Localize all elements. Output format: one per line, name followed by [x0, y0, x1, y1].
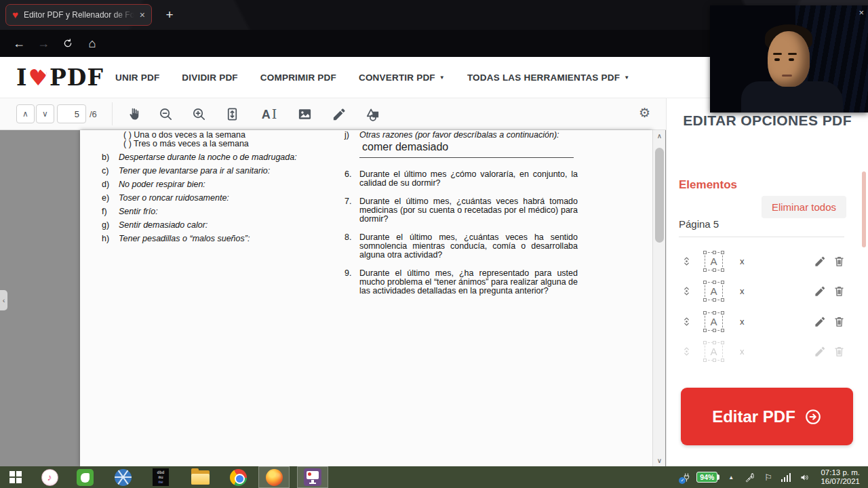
- screen-recorder-icon: [304, 468, 321, 486]
- question-label: 9.: [344, 269, 359, 296]
- home-icon[interactable]: ⌂: [81, 30, 103, 57]
- zoom-in-icon[interactable]: [187, 104, 210, 124]
- drag-handle-icon[interactable]: [680, 345, 693, 358]
- image-tool-icon[interactable]: [293, 104, 316, 124]
- drag-handle-icon[interactable]: [680, 255, 693, 268]
- start-button[interactable]: [0, 466, 31, 488]
- battery-percent: 94%: [696, 472, 717, 483]
- screen: ♥ Editor PDF y Rellenador de Forn × + ← …: [0, 0, 868, 488]
- question-item: f)Sentir frío:: [102, 207, 320, 216]
- network-signal-icon[interactable]: [781, 473, 791, 482]
- question-title: Tener pesadillas o “malos sueños”:: [119, 235, 320, 243]
- speaker-icon[interactable]: [800, 472, 810, 483]
- shapes-tool-icon[interactable]: [361, 104, 384, 124]
- delete-all-button[interactable]: Eliminar todos: [762, 196, 846, 218]
- nav-item-label: CONVERTIR PDF: [359, 73, 435, 83]
- page-label: Página 5: [679, 218, 719, 230]
- delete-element-icon[interactable]: [833, 255, 846, 268]
- taskbar-firefox-active[interactable]: [258, 466, 290, 488]
- forward-icon[interactable]: →: [33, 30, 54, 57]
- taskbar-chrome[interactable]: [222, 466, 254, 488]
- panel-collapse-handle[interactable]: ‹: [0, 290, 7, 310]
- sidebar-divider: [679, 237, 844, 237]
- webcam-close-icon[interactable]: ×: [859, 7, 864, 18]
- question-item: 9.Durante el último mes, ¿ha representad…: [344, 269, 578, 296]
- viewer-scrollbar[interactable]: ∧ ∨: [652, 130, 665, 466]
- pen-battery-icon[interactable]: [744, 472, 755, 483]
- taskbar-frostwire[interactable]: [107, 466, 138, 488]
- question-title: Tener que levantarse para ir al sanitari…: [119, 167, 320, 176]
- zoom-out-icon[interactable]: [154, 104, 177, 124]
- hand-tool-icon[interactable]: [122, 104, 145, 124]
- taskbar-pixel-app[interactable]: dbdmume: [145, 466, 176, 488]
- question-label: f): [102, 207, 119, 216]
- nav-item-comprimir-pdf[interactable]: COMPRIMIR PDF: [260, 73, 336, 83]
- element-content-label: x: [740, 346, 745, 357]
- taskbar-clock[interactable]: 07:13 p. m. 16/07/2021: [821, 468, 860, 486]
- delete-element-icon[interactable]: [833, 285, 846, 298]
- fit-page-icon[interactable]: [220, 104, 243, 124]
- battery-indicator[interactable]: 94%: [696, 472, 719, 483]
- edit-element-icon[interactable]: [814, 255, 827, 268]
- edit-element-icon[interactable]: [814, 285, 827, 298]
- question-item: 7.Durante el último mes, ¿cuántas veces …: [344, 197, 578, 224]
- scroll-up-icon[interactable]: ∧: [653, 130, 666, 142]
- scrollbar-thumb[interactable]: [655, 148, 664, 243]
- webcam-overlay-window[interactable]: ×: [710, 5, 868, 113]
- new-tab-button[interactable]: +: [160, 5, 179, 24]
- settings-gear-icon[interactable]: ⚙: [639, 105, 650, 121]
- browser-tab[interactable]: ♥ Editor PDF y Rellenador de Forn ×: [5, 4, 152, 26]
- nav-item-todas-las-herramientas-pdf[interactable]: TODAS LAS HERRAMIENTAS PDF▼: [467, 73, 629, 83]
- question-label: 8.: [344, 233, 359, 260]
- clock-time: 07:13 p. m.: [821, 468, 860, 477]
- drag-handle-icon[interactable]: [680, 285, 693, 298]
- question-label: j): [344, 131, 359, 161]
- draw-tool-icon[interactable]: [328, 104, 351, 124]
- element-row: Ax: [680, 306, 846, 337]
- drag-handle-icon[interactable]: [680, 315, 693, 328]
- edit-pdf-button[interactable]: Editar PDF: [681, 388, 853, 445]
- nav-item-unir-pdf[interactable]: UNIR PDF: [115, 73, 159, 83]
- sidebar-scrollbar-thumb[interactable]: [862, 171, 866, 247]
- element-letter: A: [710, 346, 717, 357]
- taskbar-file-explorer[interactable]: [184, 466, 216, 488]
- nav-item-dividir-pdf[interactable]: DIVIDIR PDF: [182, 73, 237, 83]
- check-badge-icon: ✓: [679, 477, 686, 484]
- edit-options-sidebar: EDITAR OPCIONES PDF Elementos Eliminar t…: [666, 98, 868, 466]
- taskbar-itunes[interactable]: ♪: [34, 466, 65, 488]
- file-explorer-icon: [191, 470, 210, 485]
- flag-icon[interactable]: ⚐: [764, 472, 772, 483]
- taskbar-evernote[interactable]: [69, 466, 100, 488]
- nav-item-convertir-pdf[interactable]: CONVERTIR PDF▼: [359, 73, 445, 83]
- battery-tip: [717, 474, 719, 480]
- chrome-icon: [230, 469, 247, 486]
- edit-element-icon[interactable]: [814, 315, 827, 328]
- page-number-input[interactable]: [57, 104, 86, 123]
- delete-element-icon[interactable]: [833, 345, 846, 358]
- scroll-down-icon[interactable]: ∨: [653, 455, 666, 466]
- windows-logo-icon: [9, 471, 22, 483]
- filled-text-element[interactable]: comer demasiado: [359, 140, 574, 158]
- pdf-page-canvas[interactable]: ( ) Una o dos veces a la semana( ) Tres …: [80, 130, 652, 466]
- element-rows: AxAxAxAx: [680, 246, 846, 367]
- question-title: Toser o roncar ruidosamente:: [119, 194, 320, 203]
- back-icon[interactable]: ←: [8, 30, 30, 57]
- tray-expand-icon[interactable]: ▲: [728, 474, 734, 481]
- ilovepdf-logo[interactable]: I♥PDF: [16, 64, 104, 91]
- person-mouth: [782, 75, 792, 77]
- tab-close-icon[interactable]: ×: [140, 9, 145, 20]
- page-down-button[interactable]: ∨: [36, 104, 54, 123]
- question-label: 6.: [344, 170, 359, 188]
- page-up-button[interactable]: ∧: [16, 104, 35, 123]
- element-row: Ax: [680, 337, 846, 367]
- site-nav: UNIR PDFDIVIDIR PDFCOMPRIMIR PDFCONVERTI…: [115, 57, 629, 98]
- reload-icon[interactable]: [57, 30, 79, 57]
- power-plug-icon[interactable]: ✓: [682, 472, 692, 483]
- delete-element-icon[interactable]: [833, 315, 846, 328]
- edit-element-icon[interactable]: [814, 345, 827, 358]
- pixel-app-icon: dbdmume: [153, 468, 169, 486]
- text-tool-icon[interactable]: AI: [258, 104, 281, 124]
- question-title: Despertarse durante la noche o de madrug…: [119, 153, 320, 162]
- taskbar-screen-recorder-active[interactable]: [297, 466, 328, 488]
- text-element-icon: A: [705, 312, 723, 331]
